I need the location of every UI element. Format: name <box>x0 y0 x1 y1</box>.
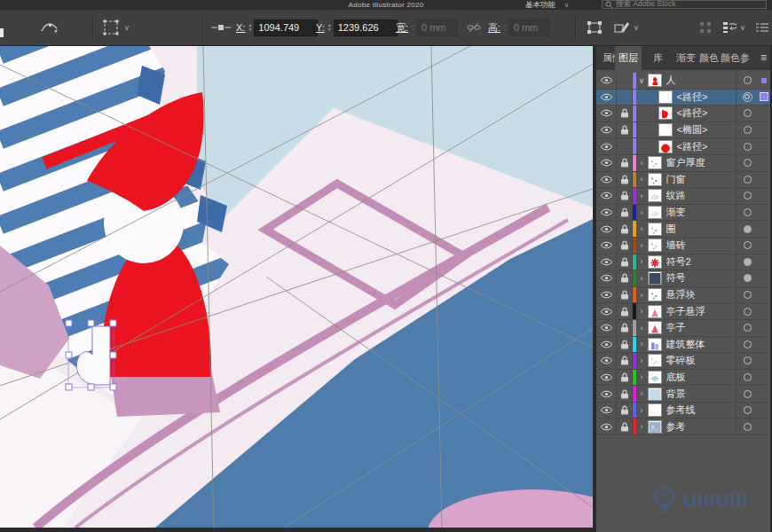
layer-target-cell[interactable] <box>736 90 758 106</box>
panel-menu-icon[interactable]: ≡ <box>760 46 767 70</box>
layer-expand-chevron-icon[interactable]: › <box>636 324 648 332</box>
height-stepper[interactable]: ▲▼ <box>503 23 508 32</box>
layer-target-cell[interactable] <box>736 172 758 188</box>
layer-target-circle-icon[interactable] <box>744 423 752 431</box>
layer-expand-chevron-icon[interactable]: ∨ <box>636 76 648 85</box>
layer-target-cell[interactable] <box>736 320 758 336</box>
layer-visibility-eye-icon[interactable] <box>596 337 617 353</box>
layer-lock-toggle[interactable] <box>617 138 633 154</box>
layer-row-人[interactable]: ∨人 <box>596 73 770 90</box>
stock-search-input[interactable]: 搜索 Adobe Stock <box>602 0 767 9</box>
pen-curve-icon[interactable] <box>41 10 59 45</box>
layer-target-cell[interactable] <box>736 370 758 386</box>
layer-target-circle-icon[interactable] <box>744 76 752 84</box>
layer-target-cell[interactable] <box>736 386 758 402</box>
layer-visibility-eye-icon[interactable] <box>596 155 617 171</box>
layer-row-渐变[interactable]: ›渐变 <box>596 205 770 222</box>
layer-lock-icon[interactable] <box>617 403 633 419</box>
layer-lock-icon[interactable] <box>617 287 633 303</box>
layer-lock-icon[interactable] <box>617 370 633 386</box>
layer-expand-chevron-icon[interactable]: › <box>636 291 648 300</box>
layer-lock-icon[interactable] <box>617 221 633 237</box>
layer-target-circle-icon[interactable] <box>744 143 752 151</box>
layer-target-circle-icon[interactable] <box>744 159 752 167</box>
layer-row-路径[interactable]: <路径> <box>596 90 770 106</box>
layer-target-circle-icon[interactable] <box>744 176 752 184</box>
free-transform-icon[interactable] <box>586 10 603 45</box>
layer-row-门窗[interactable]: ›门窗 <box>596 172 770 189</box>
layer-row-底板[interactable]: ›底板 <box>596 370 770 387</box>
layer-visibility-eye-icon[interactable] <box>596 270 617 286</box>
layer-target-circle-icon[interactable] <box>744 208 752 216</box>
layer-visibility-eye-icon[interactable] <box>596 303 617 319</box>
layer-row-路径[interactable]: <路径> <box>596 106 770 122</box>
layer-row-建筑整体[interactable]: ›建筑整体 <box>596 337 770 354</box>
layer-target-cell[interactable] <box>736 238 758 254</box>
layer-visibility-eye-icon[interactable] <box>596 419 617 434</box>
tab-图层[interactable]: 图层 <box>615 46 642 70</box>
layer-target-circle-icon[interactable] <box>744 126 752 134</box>
layer-visibility-eye-icon[interactable] <box>596 386 617 402</box>
layer-expand-chevron-icon[interactable]: › <box>636 159 648 168</box>
layer-target-cell[interactable] <box>736 188 758 204</box>
layer-lock-icon[interactable] <box>617 270 633 286</box>
height-input[interactable] <box>509 20 550 36</box>
layer-expand-chevron-icon[interactable]: › <box>636 389 648 398</box>
layer-visibility-eye-icon[interactable] <box>596 73 617 89</box>
layer-visibility-eye-icon[interactable] <box>596 221 617 237</box>
layer-lock-icon[interactable] <box>617 172 633 188</box>
layer-lock-icon[interactable] <box>617 106 633 121</box>
layer-expand-chevron-icon[interactable]: › <box>636 241 648 250</box>
tab-库[interactable]: 库 <box>650 46 666 70</box>
layer-target-cell[interactable] <box>736 138 758 154</box>
layer-target-cell[interactable] <box>736 254 758 270</box>
layer-expand-chevron-icon[interactable]: › <box>636 257 648 266</box>
layer-target-cell[interactable] <box>736 106 758 121</box>
x-input[interactable] <box>254 20 318 36</box>
layer-target-cell[interactable] <box>736 205 758 221</box>
layer-expand-chevron-icon[interactable]: › <box>636 192 648 200</box>
dots-grid-icon[interactable] <box>699 10 712 45</box>
y-input[interactable] <box>334 20 398 36</box>
artboard[interactable] <box>0 46 593 528</box>
layer-lock-icon[interactable] <box>617 353 633 369</box>
layer-visibility-eye-icon[interactable] <box>596 106 617 121</box>
layer-row-圈[interactable]: ›圈 <box>596 221 770 238</box>
layer-target-cell[interactable] <box>736 221 758 237</box>
layer-target-cell[interactable] <box>736 337 758 353</box>
layer-visibility-eye-icon[interactable] <box>596 353 617 369</box>
layer-lock-icon[interactable] <box>617 386 633 402</box>
layer-target-circle-icon[interactable] <box>744 390 752 398</box>
layer-visibility-eye-icon[interactable] <box>596 254 617 270</box>
layer-lock-icon[interactable] <box>617 188 633 204</box>
layer-target-circle-icon[interactable] <box>744 308 752 316</box>
layer-lock-icon[interactable] <box>617 254 633 270</box>
layer-row-参考[interactable]: ›参考 <box>596 419 770 435</box>
layer-lock-icon[interactable] <box>617 205 633 221</box>
layer-lock-icon[interactable] <box>617 303 633 319</box>
layer-lock-icon[interactable] <box>617 122 633 138</box>
layer-row-亭子[interactable]: ›亭子 <box>596 320 770 337</box>
layer-row-背景[interactable]: ›背景 <box>596 386 770 403</box>
layer-visibility-eye-icon[interactable] <box>596 403 617 419</box>
width-stepper[interactable]: ▲▼ <box>411 23 415 32</box>
layer-target-cell[interactable] <box>736 155 758 171</box>
layer-expand-chevron-icon[interactable]: › <box>636 422 648 431</box>
layer-target-cell[interactable] <box>736 419 758 434</box>
layer-lock-icon[interactable] <box>617 238 633 254</box>
layer-target-cell[interactable] <box>736 73 758 89</box>
layer-visibility-eye-icon[interactable] <box>596 138 617 154</box>
layer-expand-chevron-icon[interactable]: › <box>636 224 648 233</box>
layer-target-cell[interactable] <box>736 403 758 419</box>
layer-lock-icon[interactable] <box>617 155 633 171</box>
layer-visibility-eye-icon[interactable] <box>596 320 617 336</box>
layer-expand-chevron-icon[interactable]: › <box>636 274 648 283</box>
layer-expand-chevron-icon[interactable]: › <box>636 372 648 381</box>
layer-visibility-eye-icon[interactable] <box>596 287 617 303</box>
layer-visibility-eye-icon[interactable] <box>596 370 617 386</box>
layer-expand-chevron-icon[interactable]: › <box>636 307 648 316</box>
y-stepper[interactable]: ▲▼ <box>327 23 332 32</box>
layer-target-circle-icon[interactable] <box>744 241 752 249</box>
layer-row-墙砖[interactable]: ›墙砖 <box>596 238 770 254</box>
layer-row-亭子悬浮[interactable]: ›亭子悬浮 <box>596 303 770 320</box>
